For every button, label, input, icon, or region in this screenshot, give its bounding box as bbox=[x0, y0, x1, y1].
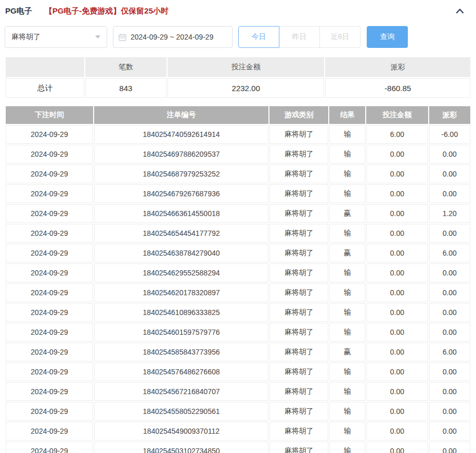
summary-header-blank bbox=[6, 57, 84, 77]
cell-bet-amount: 0.00 bbox=[366, 402, 428, 421]
summary-total-label: 总计 bbox=[6, 78, 84, 98]
cell-bet-amount: 0.00 bbox=[366, 165, 428, 183]
cell-game-type: 麻将胡了 bbox=[269, 204, 328, 223]
table-row: 2024-09-291840254585843773956麻将胡了赢0.006.… bbox=[6, 343, 470, 361]
cell-bet-time: 2024-09-29 bbox=[6, 303, 93, 322]
last-8-days-button[interactable]: 近8日 bbox=[319, 26, 361, 48]
table-row: 2024-09-291840254620178320897麻将胡了输0.000.… bbox=[6, 283, 470, 302]
cell-result: 输 bbox=[329, 422, 365, 441]
cell-bet-amount: 0.00 bbox=[366, 362, 428, 381]
cell-result: 输 bbox=[329, 303, 365, 322]
table-row: 2024-09-291840254679267687936麻将胡了输0.000.… bbox=[6, 184, 470, 203]
cell-bet-id: 1840254687979253252 bbox=[94, 165, 269, 183]
cell-result: 输 bbox=[329, 362, 365, 381]
cell-bet-time: 2024-09-29 bbox=[6, 343, 93, 361]
cell-payout: 0.00 bbox=[429, 145, 471, 163]
title-row: PG电子 【PG电子-免费游戏】仅保留25小时 bbox=[5, 5, 471, 17]
bet-table-body: 2024-09-291840254740592614914麻将胡了输6.00-6… bbox=[6, 125, 470, 453]
quick-date-button-group: 今日 昨日 近8日 bbox=[238, 26, 361, 48]
cell-game-type: 麻将胡了 bbox=[269, 125, 328, 144]
today-button[interactable]: 今日 bbox=[238, 26, 279, 48]
collapse-panel-button[interactable] bbox=[456, 8, 464, 14]
caret-down-icon bbox=[95, 35, 100, 39]
table-row: 2024-09-291840254558052290561麻将胡了输0.000.… bbox=[6, 402, 470, 421]
table-row: 2024-09-291840254740592614914麻将胡了输6.00-6… bbox=[6, 125, 470, 144]
cell-bet-time: 2024-09-29 bbox=[6, 382, 93, 401]
summary-total-payout: -860.85 bbox=[325, 78, 470, 98]
cell-payout: 6.00 bbox=[429, 244, 471, 262]
query-button[interactable]: 查询 bbox=[367, 26, 408, 48]
cell-result: 输 bbox=[329, 145, 365, 163]
cell-game-type: 麻将胡了 bbox=[269, 402, 328, 421]
table-row: 2024-09-291840254567216840707麻将胡了输0.000.… bbox=[6, 382, 470, 401]
cell-bet-amount: 0.00 bbox=[366, 145, 428, 163]
cell-result: 输 bbox=[329, 224, 365, 243]
cell-bet-amount: 0.00 bbox=[366, 382, 428, 401]
summary-header-row: 笔数 投注金额 派彩 bbox=[6, 57, 470, 77]
cell-payout: 0.00 bbox=[429, 323, 471, 342]
yesterday-button[interactable]: 昨日 bbox=[279, 26, 320, 48]
notice-text: 【PG电子-免费游戏】仅保留25小时 bbox=[45, 6, 169, 16]
cell-bet-time: 2024-09-29 bbox=[6, 442, 93, 453]
table-row: 2024-09-291840254687979253252麻将胡了输0.000.… bbox=[6, 165, 470, 183]
cell-game-type: 麻将胡了 bbox=[269, 145, 328, 163]
cell-bet-amount: 0.00 bbox=[366, 442, 428, 453]
cell-payout: -6.00 bbox=[429, 125, 471, 144]
cell-game-type: 麻将胡了 bbox=[269, 244, 328, 262]
cell-game-type: 麻将胡了 bbox=[269, 362, 328, 381]
table-row: 2024-09-291840254576486276608麻将胡了输0.000.… bbox=[6, 362, 470, 381]
cell-bet-time: 2024-09-29 bbox=[6, 263, 93, 282]
cell-bet-id: 1840254585843773956 bbox=[94, 343, 269, 361]
cell-game-type: 麻将胡了 bbox=[269, 184, 328, 203]
cell-bet-amount: 0.00 bbox=[366, 224, 428, 243]
summary-table: 笔数 投注金额 派彩 总计 843 2232.00 -860.85 bbox=[5, 56, 471, 99]
table-row: 2024-09-291840254629552588294麻将胡了输0.000.… bbox=[6, 263, 470, 282]
table-row: 2024-09-291840254503102734850麻将胡了输0.000.… bbox=[6, 442, 470, 453]
cell-payout: 0.00 bbox=[429, 263, 471, 282]
page-title: PG电子 bbox=[5, 6, 32, 16]
cell-game-type: 麻将胡了 bbox=[269, 303, 328, 322]
cell-result: 输 bbox=[329, 323, 365, 342]
cell-bet-id: 1840254601597579776 bbox=[94, 323, 269, 342]
cell-payout: 6.00 bbox=[429, 343, 471, 361]
cell-game-type: 麻将胡了 bbox=[269, 165, 328, 183]
table-row: 2024-09-291840254663614550018麻将胡了赢0.001.… bbox=[6, 204, 470, 223]
cell-bet-amount: 0.00 bbox=[366, 422, 428, 441]
cell-result: 输 bbox=[329, 382, 365, 401]
cell-result: 输 bbox=[329, 402, 365, 421]
cell-bet-amount: 0.00 bbox=[366, 323, 428, 342]
game-select[interactable]: 麻将胡了 bbox=[5, 26, 107, 48]
table-row: 2024-09-291840254601597579776麻将胡了输0.000.… bbox=[6, 323, 470, 342]
cell-payout: 0.00 bbox=[429, 303, 471, 322]
cell-payout: 0.00 bbox=[429, 362, 471, 381]
cell-payout: 0.00 bbox=[429, 422, 471, 441]
panel: PG电子 【PG电子-免费游戏】仅保留25小时 麻将胡了 bbox=[0, 0, 476, 453]
cell-bet-amount: 0.00 bbox=[366, 184, 428, 203]
cell-bet-amount: 0.00 bbox=[366, 343, 428, 361]
cell-payout: 0.00 bbox=[429, 184, 471, 203]
cell-bet-time: 2024-09-29 bbox=[6, 184, 93, 203]
summary-total-row: 总计 843 2232.00 -860.85 bbox=[6, 78, 470, 98]
cell-bet-amount: 0.00 bbox=[366, 263, 428, 282]
cell-bet-id: 1840254620178320897 bbox=[94, 283, 269, 302]
date-range-input[interactable]: 2024-09-29 ~ 2024-09-29 bbox=[113, 26, 233, 48]
cell-bet-id: 1840254638784279040 bbox=[94, 244, 269, 262]
cell-game-type: 麻将胡了 bbox=[269, 442, 328, 453]
table-row: 2024-09-291840254654454177792麻将胡了输0.000.… bbox=[6, 224, 470, 243]
cell-result: 输 bbox=[329, 283, 365, 302]
cell-result: 赢 bbox=[329, 343, 365, 361]
summary-header-count: 笔数 bbox=[85, 57, 166, 77]
cell-bet-amount: 0.00 bbox=[366, 303, 428, 322]
cell-result: 输 bbox=[329, 165, 365, 183]
cell-bet-time: 2024-09-29 bbox=[6, 283, 93, 302]
table-row: 2024-09-291840254610896333825麻将胡了输0.000.… bbox=[6, 303, 470, 322]
table-row: 2024-09-291840254638784279040麻将胡了赢0.006.… bbox=[6, 244, 470, 262]
summary-header-bet-amount: 投注金额 bbox=[168, 57, 325, 77]
cell-result: 输 bbox=[329, 125, 365, 144]
cell-game-type: 麻将胡了 bbox=[269, 263, 328, 282]
calendar-icon bbox=[119, 33, 126, 41]
cell-result: 输 bbox=[329, 442, 365, 453]
bet-records-table: 下注时间 注单编号 游戏类别 结果 投注金额 派彩 2024-09-291840… bbox=[5, 105, 471, 453]
cell-bet-id: 1840254697886209537 bbox=[94, 145, 269, 163]
summary-total-count: 843 bbox=[85, 78, 166, 98]
